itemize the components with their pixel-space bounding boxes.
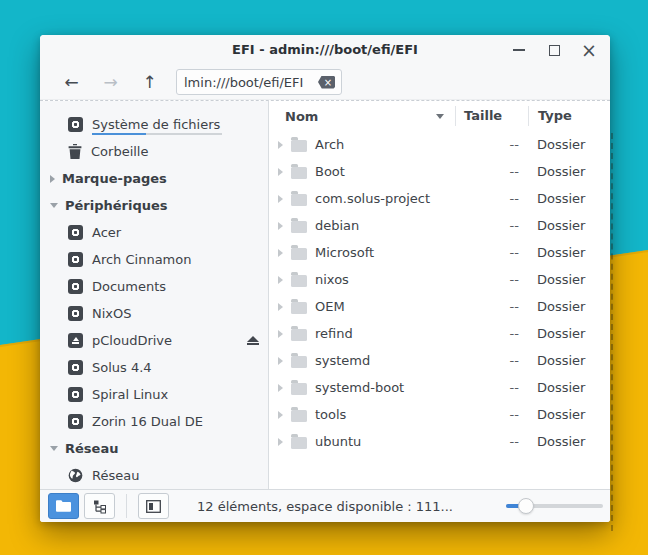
file-row-arch[interactable]: Arch -- Dossier: [269, 131, 610, 158]
expander-icon[interactable]: [278, 384, 283, 392]
clear-location-icon[interactable]: ×: [318, 76, 335, 89]
file-row-ubuntu[interactable]: ubuntu -- Dossier: [269, 428, 610, 455]
expander-icon[interactable]: [278, 411, 283, 419]
column-header-size[interactable]: Taille: [455, 106, 528, 126]
slider-knob[interactable]: [518, 498, 534, 514]
folder-icon: [291, 437, 307, 449]
file-row-nixos[interactable]: nixos -- Dossier: [269, 266, 610, 293]
close-button[interactable]: ×: [580, 41, 598, 59]
folder-icon: [291, 275, 307, 287]
up-button[interactable]: ↑: [130, 72, 169, 92]
expander-icon[interactable]: [278, 330, 283, 338]
sidebar-item-label: Réseau: [92, 468, 139, 483]
sidebar-item-filesystem[interactable]: Système de fichiers: [40, 111, 268, 138]
sidebar-section-label: Réseau: [65, 441, 118, 456]
sidebar-item-solus[interactable]: Solus 4.4: [40, 354, 268, 381]
tree-view-button[interactable]: [84, 493, 115, 519]
folder-view-icon: [56, 500, 71, 512]
forward-icon: →: [103, 72, 117, 92]
sidebar-item-label: Système de fichiers: [92, 117, 220, 132]
sidebar-item-nixos[interactable]: NixOS: [40, 300, 268, 327]
statusbar-separator: [126, 494, 127, 518]
drive-icon: [68, 117, 83, 132]
file-row-systemd[interactable]: systemd -- Dossier: [269, 347, 610, 374]
icon-view-button[interactable]: [48, 493, 79, 519]
sidebar-item-label: Corbeille: [91, 144, 148, 159]
titlebar[interactable]: EFI - admin:///boot/efi/EFI ×: [40, 35, 610, 65]
sidebar-item-label: Acer: [92, 225, 121, 240]
expander-icon[interactable]: [278, 303, 283, 311]
forward-button[interactable]: →: [91, 72, 130, 92]
zoom-slider[interactable]: [506, 504, 603, 508]
sidebar-item-label: NixOS: [92, 306, 132, 321]
location-input[interactable]: lmin:///boot/efi/EFI: [184, 75, 318, 90]
column-header-type[interactable]: Type: [528, 106, 610, 126]
sidebar-item-spiral-linux[interactable]: Spiral Linux: [40, 381, 268, 408]
sidebar-item-arch-cinnamon[interactable]: Arch Cinnamon: [40, 246, 268, 273]
expander-icon[interactable]: [278, 168, 283, 176]
sidebar: Système de fichiers Corbeille Marque-pag…: [40, 101, 269, 489]
chevron-down-icon: [50, 203, 58, 208]
back-button[interactable]: ←: [52, 72, 91, 92]
sidebar-item-zorin[interactable]: Zorin 16 Dual DE: [40, 408, 268, 435]
expander-icon[interactable]: [278, 141, 283, 149]
maximize-icon: [549, 45, 560, 56]
file-row-boot[interactable]: Boot -- Dossier: [269, 158, 610, 185]
sidebar-section-devices[interactable]: Périphériques: [40, 192, 268, 219]
file-row-debian[interactable]: debian -- Dossier: [269, 212, 610, 239]
eject-icon: [247, 336, 259, 342]
maximize-button[interactable]: [545, 41, 563, 59]
sidebar-item-acer[interactable]: Acer: [40, 219, 268, 246]
file-manager-window: EFI - admin:///boot/efi/EFI × ← → ↑ lmin…: [40, 35, 610, 522]
file-row-tools[interactable]: tools -- Dossier: [269, 401, 610, 428]
toolbar: ← → ↑ lmin:///boot/efi/EFI ×: [40, 65, 610, 100]
expander-icon[interactable]: [278, 276, 283, 284]
folder-icon: [291, 302, 307, 314]
minimize-button[interactable]: [510, 41, 528, 59]
drive-icon: [68, 306, 83, 321]
folder-icon: [291, 329, 307, 341]
sidebar-section-label: Périphériques: [65, 198, 168, 213]
sidebar-item-documents[interactable]: Documents: [40, 273, 268, 300]
file-row-microsoft[interactable]: Microsoft -- Dossier: [269, 239, 610, 266]
eject-button[interactable]: [247, 336, 259, 346]
folder-icon: [291, 383, 307, 395]
window-controls: ×: [510, 35, 598, 65]
file-list-pane: Nom Taille Type Arch -- Dossier Boot --: [269, 101, 610, 489]
file-rows: Arch -- Dossier Boot -- Dossier com.solu…: [269, 131, 610, 455]
chevron-right-icon: [50, 175, 55, 183]
file-row-oem[interactable]: OEM -- Dossier: [269, 293, 610, 320]
sidebar-section-network[interactable]: Réseau: [40, 435, 268, 462]
location-bar[interactable]: lmin:///boot/efi/EFI ×: [176, 69, 342, 95]
drive-icon: [68, 252, 83, 267]
back-icon: ←: [64, 72, 78, 92]
expander-icon[interactable]: [278, 438, 283, 446]
list-header: Nom Taille Type: [269, 101, 610, 131]
expander-icon[interactable]: [278, 249, 283, 257]
globe-icon: [68, 468, 83, 483]
expander-icon[interactable]: [278, 357, 283, 365]
file-row-refind[interactable]: refind -- Dossier: [269, 320, 610, 347]
expander-icon[interactable]: [278, 222, 283, 230]
up-icon: ↑: [142, 72, 156, 92]
tree-view-icon: [93, 499, 107, 514]
file-row-com-solus-project[interactable]: com.solus-project -- Dossier: [269, 185, 610, 212]
expander-icon[interactable]: [278, 195, 283, 203]
sidebar-section-bookmarks[interactable]: Marque-pages: [40, 165, 268, 192]
sort-descending-icon: [436, 114, 444, 119]
file-row-systemd-boot[interactable]: systemd-boot -- Dossier: [269, 374, 610, 401]
toggle-sidebar-button[interactable]: [138, 493, 169, 519]
sidebar-section-label: Marque-pages: [62, 171, 167, 186]
sidebar-item-network[interactable]: Réseau: [40, 462, 268, 489]
column-header-name[interactable]: Nom: [269, 109, 455, 124]
statusbar: 12 éléments, espace disponible : 111...: [40, 489, 610, 522]
sidebar-item-label: Spiral Linux: [92, 387, 168, 402]
sidebar-item-label: pCloudDrive: [92, 333, 172, 348]
drive-icon: [68, 387, 83, 402]
sidebar-item-trash[interactable]: Corbeille: [40, 138, 268, 165]
drive-icon: [68, 414, 83, 429]
desktop-wallpaper: EFI - admin:///boot/efi/EFI × ← → ↑ lmin…: [0, 0, 648, 555]
sidebar-item-label: Documents: [92, 279, 166, 294]
sidebar-item-pclouddrive[interactable]: pCloudDrive: [40, 327, 268, 354]
toggle-sidebar-icon: [146, 500, 161, 513]
